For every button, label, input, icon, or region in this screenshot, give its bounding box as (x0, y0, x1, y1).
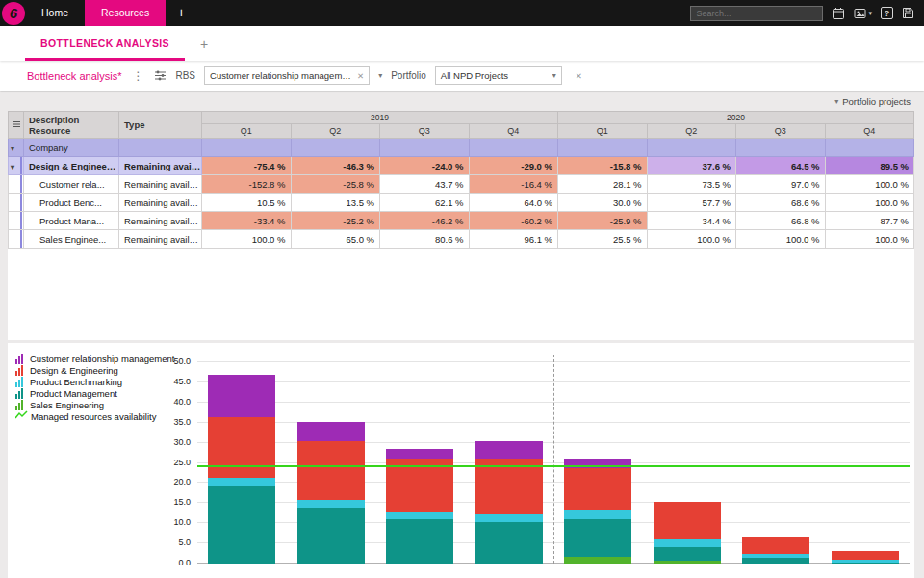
view-title[interactable]: Bottleneck analysis* (27, 70, 121, 82)
calendar-icon[interactable] (832, 7, 845, 20)
save-icon[interactable] (902, 7, 914, 19)
nav-resources[interactable]: Resources (85, 0, 166, 26)
value-cell[interactable]: -46.2 % (380, 212, 470, 230)
value-cell[interactable]: 100.0 % (825, 230, 914, 249)
value-cell[interactable] (558, 139, 648, 157)
add-tab-button[interactable]: + (185, 37, 223, 61)
table-row[interactable]: Product Benc...Remaining availa...10.5 %… (9, 194, 914, 212)
value-cell[interactable]: 97.0 % (736, 175, 826, 194)
rbs-filter-chip[interactable]: Customer relationship management,Desi ..… (204, 66, 370, 85)
value-cell[interactable]: 43.7 % (380, 175, 470, 194)
bar-segment[interactable] (654, 547, 721, 561)
table-row[interactable]: Sales Enginee...Remaining availa...100.0… (9, 230, 914, 249)
resource-name-cell[interactable]: Design & Engineering (24, 157, 119, 175)
close-icon[interactable]: ✕ (357, 71, 364, 81)
search-input[interactable] (690, 6, 823, 21)
legend-item[interactable]: Design & Engineering (15, 364, 175, 376)
value-cell[interactable] (202, 139, 292, 157)
value-cell[interactable]: 25.5 % (558, 230, 648, 249)
bar-segment[interactable] (832, 563, 899, 564)
value-cell[interactable]: 100.0 % (647, 230, 736, 249)
value-cell[interactable]: 100.0 % (736, 230, 826, 249)
tab-bottleneck-analysis[interactable]: BOTTLENECK ANALYSIS (25, 26, 185, 61)
quarter-header[interactable]: Q1 (558, 124, 648, 139)
value-cell[interactable]: -24.0 % (380, 157, 470, 175)
nav-home[interactable]: Home (25, 0, 85, 26)
bar-segment[interactable] (832, 560, 899, 563)
value-cell[interactable]: 34.4 % (647, 212, 736, 230)
value-cell[interactable]: 62.1 % (380, 194, 470, 212)
value-cell[interactable] (469, 139, 558, 157)
value-cell[interactable] (647, 139, 736, 157)
value-cell[interactable] (291, 139, 380, 157)
value-cell[interactable]: -29.0 % (469, 157, 558, 175)
portfolio-select[interactable]: All NPD Projects ▾ (435, 66, 562, 85)
value-cell[interactable]: 89.5 % (825, 157, 914, 175)
table-row[interactable]: ▾Company (9, 139, 914, 157)
bar-segment[interactable] (742, 554, 809, 558)
value-cell[interactable]: -152.8 % (202, 175, 292, 194)
view-options-icon[interactable] (154, 70, 167, 81)
legend-item[interactable]: Sales Engineering (15, 399, 175, 410)
value-cell[interactable]: -60.2 % (469, 212, 558, 230)
close-icon[interactable]: ✕ (576, 71, 582, 81)
bar-segment[interactable] (208, 417, 275, 478)
bar-segment[interactable] (564, 468, 631, 511)
bar-segment[interactable] (832, 551, 899, 560)
value-cell[interactable]: 30.0 % (558, 194, 648, 212)
value-cell[interactable]: -46.3 % (291, 157, 380, 175)
bar-segment[interactable] (297, 422, 365, 441)
bar-segment[interactable] (564, 557, 631, 564)
value-cell[interactable]: 57.7 % (647, 194, 736, 212)
bar-segment[interactable] (475, 522, 543, 564)
value-cell[interactable]: 64.5 % (736, 157, 826, 175)
col-header-type[interactable]: Type (119, 112, 202, 139)
table-row[interactable]: ▾Design & EngineeringRemaining availa...… (9, 157, 914, 175)
value-cell[interactable]: -15.8 % (558, 157, 648, 175)
bar-segment[interactable] (297, 441, 365, 500)
bar-segment[interactable] (475, 514, 543, 522)
value-cell[interactable]: 100.0 % (825, 175, 914, 194)
expand-chevron-icon[interactable]: ▾ (11, 163, 14, 171)
value-cell[interactable]: 100.0 % (202, 230, 292, 249)
legend-item[interactable]: Customer relationship management (15, 353, 175, 364)
bar-segment[interactable] (654, 502, 721, 539)
bar-segment[interactable] (742, 537, 809, 554)
quarter-header[interactable]: Q3 (736, 124, 826, 139)
value-cell[interactable] (736, 139, 826, 157)
value-cell[interactable]: 37.6 % (647, 157, 736, 175)
value-cell[interactable] (825, 139, 914, 157)
value-cell[interactable]: 66.8 % (736, 212, 826, 230)
quarter-header[interactable]: Q2 (647, 124, 736, 139)
bar-segment[interactable] (208, 486, 275, 564)
value-cell[interactable]: 28.1 % (558, 175, 648, 194)
portfolio-projects-link[interactable]: Portfolio projects (842, 96, 911, 107)
bar-segment[interactable] (208, 478, 275, 486)
quarter-header[interactable]: Q4 (469, 124, 558, 139)
value-cell[interactable]: -75.4 % (202, 157, 292, 175)
bar-segment[interactable] (564, 519, 631, 556)
resource-name-cell[interactable]: Product Mana... (24, 212, 119, 230)
value-cell[interactable] (380, 139, 470, 157)
bar-segment[interactable] (564, 510, 631, 519)
grid-options-icon[interactable] (9, 112, 24, 139)
bar-segment[interactable] (386, 512, 453, 519)
legend-item[interactable]: Product Benchmarking (15, 376, 175, 387)
bar-segment[interactable] (654, 539, 721, 547)
value-cell[interactable]: -25.9 % (558, 212, 648, 230)
value-cell[interactable]: 65.0 % (291, 230, 380, 249)
value-cell[interactable]: 87.7 % (825, 212, 914, 230)
value-cell[interactable]: -16.4 % (469, 175, 558, 194)
value-cell[interactable]: -25.8 % (291, 175, 380, 194)
value-cell[interactable]: 80.6 % (380, 230, 470, 249)
bar-segment[interactable] (297, 500, 365, 508)
legend-item[interactable]: Product Management (15, 387, 175, 399)
value-cell[interactable]: 13.5 % (291, 194, 380, 212)
bar-segment[interactable] (386, 449, 453, 459)
quarter-header[interactable]: Q4 (825, 124, 914, 139)
bar-segment[interactable] (654, 561, 721, 564)
add-module-button[interactable]: + (166, 0, 196, 26)
help-icon[interactable]: ? (881, 7, 893, 19)
kebab-menu-icon[interactable]: ⋮ (130, 69, 145, 83)
table-row[interactable]: Customer rela...Remaining availa...-152.… (9, 175, 914, 194)
